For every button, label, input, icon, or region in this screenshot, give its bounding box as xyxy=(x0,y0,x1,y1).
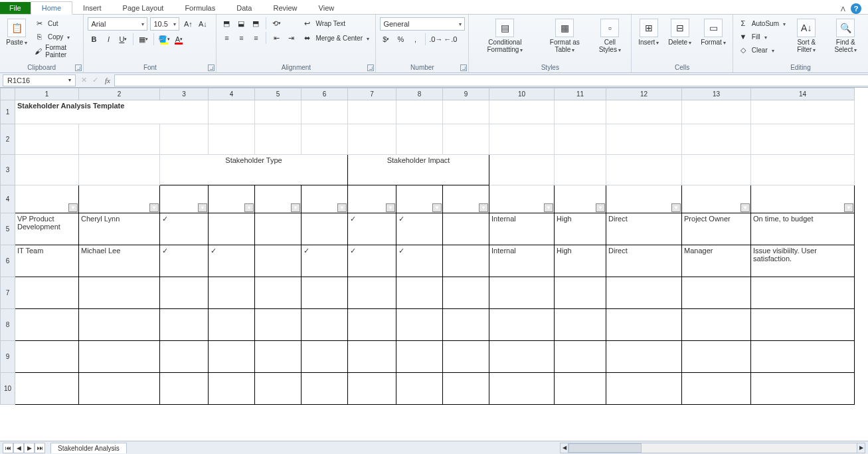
row-header[interactable]: 6 xyxy=(1,245,15,277)
cell[interactable] xyxy=(751,155,855,185)
cell[interactable] xyxy=(348,100,396,124)
data-cell[interactable] xyxy=(302,277,348,309)
cut-button[interactable]: ✂Cut xyxy=(33,17,79,29)
col-header[interactable]: 11 xyxy=(555,88,606,100)
filter-icon[interactable]: ▾ xyxy=(844,203,853,212)
data-cell[interactable] xyxy=(606,277,682,309)
data-cell[interactable] xyxy=(396,373,443,405)
font-name-combo[interactable]: Arial▾ xyxy=(88,17,147,31)
cell[interactable] xyxy=(555,155,606,185)
data-cell[interactable] xyxy=(489,309,555,341)
data-cell[interactable] xyxy=(396,341,443,373)
cell[interactable] xyxy=(443,100,489,124)
align-right-button[interactable]: ≡ xyxy=(250,32,262,44)
number-dialog-launcher[interactable] xyxy=(460,64,467,71)
sort-filter-button[interactable]: A↓Sort & Filter xyxy=(790,17,824,55)
filter-icon[interactable]: ▾ xyxy=(337,203,347,212)
data-cell[interactable] xyxy=(443,309,489,341)
data-cell[interactable] xyxy=(443,213,489,245)
cell[interactable] xyxy=(209,124,255,155)
font-color-button[interactable]: A▾ xyxy=(173,33,185,45)
data-cell[interactable] xyxy=(160,373,209,405)
data-cell[interactable] xyxy=(209,341,255,373)
align-top-button[interactable]: ⬒ xyxy=(220,17,232,29)
data-cell[interactable] xyxy=(79,373,160,405)
data-cell[interactable]: ✓ xyxy=(396,245,443,277)
help-icon[interactable]: ? xyxy=(851,3,861,14)
cell[interactable] xyxy=(302,124,348,155)
data-cell[interactable] xyxy=(348,277,396,309)
cell[interactable] xyxy=(555,100,606,124)
data-cell[interactable] xyxy=(209,309,255,341)
data-cell[interactable]: ✓ xyxy=(396,213,443,245)
cell[interactable] xyxy=(79,155,160,185)
data-cell[interactable]: Project Owner xyxy=(682,213,751,245)
data-cell[interactable]: ✓ xyxy=(209,245,255,277)
font-dialog-launcher[interactable] xyxy=(208,64,215,71)
cancel-formula-icon[interactable]: ✕ xyxy=(78,76,90,84)
conditional-formatting-button[interactable]: ▤Conditional Formatting xyxy=(473,17,537,55)
row-header[interactable]: 2 xyxy=(1,124,15,155)
data-cell[interactable] xyxy=(751,373,855,405)
cell[interactable] xyxy=(606,100,682,124)
find-select-button[interactable]: 🔍Find & Select xyxy=(827,17,864,55)
cell[interactable] xyxy=(209,100,255,124)
data-cell[interactable]: ✓ xyxy=(160,213,209,245)
format-painter-button[interactable]: 🖌Format Painter xyxy=(33,44,79,58)
decrease-indent-button[interactable]: ⇤ xyxy=(270,32,282,44)
cell[interactable] xyxy=(443,124,489,155)
col-header[interactable]: 4 xyxy=(209,88,255,100)
alignment-dialog-launcher[interactable] xyxy=(367,64,374,71)
data-cell[interactable]: High xyxy=(555,245,606,277)
merge-center-button[interactable]: ⬌Merge & Center xyxy=(301,32,369,44)
col-header[interactable]: 9 xyxy=(443,88,489,100)
clear-button[interactable]: ◇Clear xyxy=(737,44,786,56)
row-header[interactable]: 8 xyxy=(1,309,15,341)
data-cell[interactable] xyxy=(489,373,555,405)
wrap-text-button[interactable]: ↩Wrap Text xyxy=(301,17,369,29)
table-header[interactable]: Accountable▾ xyxy=(160,185,209,213)
row-header[interactable]: 1 xyxy=(1,100,15,124)
data-cell[interactable]: ✓ xyxy=(348,213,396,245)
cell[interactable] xyxy=(15,155,79,185)
data-cell[interactable] xyxy=(15,309,79,341)
tab-page-layout[interactable]: Page Layout xyxy=(112,2,175,14)
data-cell[interactable]: IT Team xyxy=(15,245,79,277)
cell[interactable] xyxy=(606,124,682,155)
data-cell[interactable] xyxy=(255,341,302,373)
cell[interactable] xyxy=(751,124,855,155)
data-cell[interactable] xyxy=(255,245,302,277)
font-size-combo[interactable]: 10.5▾ xyxy=(150,17,179,31)
col-header[interactable]: 13 xyxy=(682,88,751,100)
data-cell[interactable]: Issue visibiilty. User satisfaction. xyxy=(751,245,855,277)
format-cells-button[interactable]: ▭Format xyxy=(698,17,729,48)
data-cell[interactable] xyxy=(79,309,160,341)
cell[interactable] xyxy=(79,124,160,155)
increase-indent-button[interactable]: ⇥ xyxy=(285,32,297,44)
row-header[interactable]: 5 xyxy=(1,213,15,245)
cell[interactable] xyxy=(489,100,555,124)
data-cell[interactable]: Manager xyxy=(682,245,751,277)
data-cell[interactable]: ✓ xyxy=(160,245,209,277)
bold-button[interactable]: B xyxy=(88,33,100,45)
percent-button[interactable]: % xyxy=(394,33,406,45)
align-middle-button[interactable]: ⬓ xyxy=(235,17,247,29)
data-cell[interactable]: Direct xyxy=(606,213,682,245)
border-button[interactable]: ▦▾ xyxy=(137,33,149,45)
italic-button[interactable]: I xyxy=(102,33,114,45)
tab-view[interactable]: View xyxy=(308,2,345,14)
autosum-button[interactable]: ΣAutoSum xyxy=(737,17,786,29)
align-center-button[interactable]: ≡ xyxy=(235,32,247,44)
data-cell[interactable] xyxy=(209,213,255,245)
cell[interactable] xyxy=(489,124,555,155)
data-cell[interactable]: Michael Lee xyxy=(79,245,160,277)
format-as-table-button[interactable]: ▦Format as Table xyxy=(541,17,588,55)
cell[interactable] xyxy=(15,124,79,155)
filter-icon[interactable]: ▾ xyxy=(198,203,207,212)
col-header[interactable]: 10 xyxy=(489,88,555,100)
title-cell[interactable]: Stakeholder Analysis Template xyxy=(15,100,209,124)
data-cell[interactable] xyxy=(79,341,160,373)
cell[interactable] xyxy=(396,100,443,124)
data-cell[interactable] xyxy=(606,373,682,405)
fill-color-button[interactable]: 🪣▾ xyxy=(158,33,170,45)
